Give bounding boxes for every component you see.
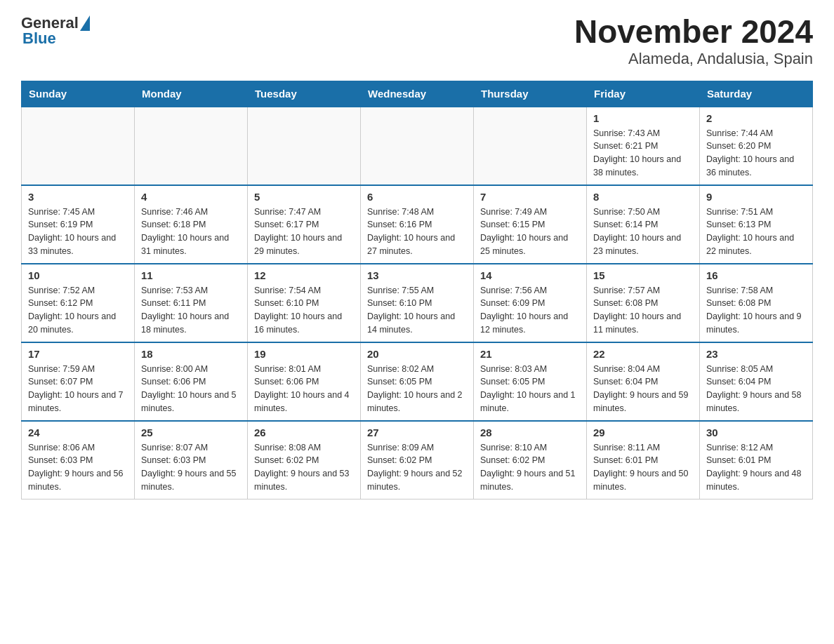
calendar-cell: 20Sunrise: 8:02 AMSunset: 6:05 PMDayligh… bbox=[361, 342, 474, 421]
calendar-subtitle: Alameda, Andalusia, Spain bbox=[574, 50, 813, 68]
day-number: 16 bbox=[706, 269, 806, 281]
day-info: Sunrise: 7:47 AMSunset: 6:17 PMDaylight:… bbox=[254, 206, 354, 258]
day-info: Sunrise: 8:06 AMSunset: 6:03 PMDaylight:… bbox=[28, 441, 128, 494]
calendar-cell: 11Sunrise: 7:53 AMSunset: 6:11 PMDayligh… bbox=[135, 264, 248, 342]
calendar-cell: 4Sunrise: 7:46 AMSunset: 6:18 PMDaylight… bbox=[135, 185, 248, 264]
calendar-cell: 28Sunrise: 8:10 AMSunset: 6:02 PMDayligh… bbox=[474, 421, 587, 499]
logo: General Blue bbox=[21, 14, 90, 48]
calendar-week-row: 17Sunrise: 7:59 AMSunset: 6:07 PMDayligh… bbox=[22, 342, 813, 421]
day-number: 6 bbox=[367, 191, 467, 203]
calendar-cell: 5Sunrise: 7:47 AMSunset: 6:17 PMDaylight… bbox=[248, 185, 361, 264]
day-info: Sunrise: 7:55 AMSunset: 6:10 PMDaylight:… bbox=[367, 284, 467, 337]
calendar-header-row: SundayMondayTuesdayWednesdayThursdayFrid… bbox=[22, 81, 813, 107]
day-info: Sunrise: 8:02 AMSunset: 6:05 PMDaylight:… bbox=[367, 363, 467, 415]
calendar-header-saturday: Saturday bbox=[700, 81, 813, 107]
day-number: 17 bbox=[28, 348, 128, 360]
day-number: 29 bbox=[593, 427, 693, 438]
calendar-cell: 6Sunrise: 7:48 AMSunset: 6:16 PMDaylight… bbox=[361, 185, 474, 264]
calendar-cell: 29Sunrise: 8:11 AMSunset: 6:01 PMDayligh… bbox=[587, 421, 700, 499]
day-number: 30 bbox=[706, 427, 806, 438]
page-header: General Blue November 2024 Alameda, Anda… bbox=[21, 14, 813, 68]
day-info: Sunrise: 7:53 AMSunset: 6:11 PMDaylight:… bbox=[141, 284, 241, 337]
day-info: Sunrise: 8:12 AMSunset: 6:01 PMDaylight:… bbox=[706, 441, 806, 494]
day-number: 27 bbox=[367, 427, 467, 438]
calendar-cell: 1Sunrise: 7:43 AMSunset: 6:21 PMDaylight… bbox=[587, 107, 700, 185]
day-number: 7 bbox=[480, 191, 580, 203]
day-number: 15 bbox=[593, 269, 693, 281]
day-info: Sunrise: 7:56 AMSunset: 6:09 PMDaylight:… bbox=[480, 284, 580, 337]
day-number: 4 bbox=[141, 191, 241, 203]
day-info: Sunrise: 8:07 AMSunset: 6:03 PMDaylight:… bbox=[141, 441, 241, 494]
calendar-cell: 10Sunrise: 7:52 AMSunset: 6:12 PMDayligh… bbox=[22, 264, 135, 342]
day-number: 18 bbox=[141, 348, 241, 360]
calendar-cell: 27Sunrise: 8:09 AMSunset: 6:02 PMDayligh… bbox=[361, 421, 474, 499]
calendar-title: November 2024 bbox=[574, 14, 813, 50]
calendar-cell: 24Sunrise: 8:06 AMSunset: 6:03 PMDayligh… bbox=[22, 421, 135, 499]
day-number: 28 bbox=[480, 427, 580, 438]
day-info: Sunrise: 8:04 AMSunset: 6:04 PMDaylight:… bbox=[593, 363, 693, 415]
calendar-cell: 15Sunrise: 7:57 AMSunset: 6:08 PMDayligh… bbox=[587, 264, 700, 342]
calendar-table: SundayMondayTuesdayWednesdayThursdayFrid… bbox=[21, 81, 813, 499]
day-number: 3 bbox=[28, 191, 128, 203]
calendar-cell bbox=[248, 107, 361, 185]
day-info: Sunrise: 8:01 AMSunset: 6:06 PMDaylight:… bbox=[254, 363, 354, 415]
logo-blue-text: Blue bbox=[22, 29, 56, 48]
day-info: Sunrise: 7:45 AMSunset: 6:19 PMDaylight:… bbox=[28, 206, 128, 258]
logo-triangle-icon bbox=[80, 15, 90, 31]
calendar-cell: 12Sunrise: 7:54 AMSunset: 6:10 PMDayligh… bbox=[248, 264, 361, 342]
calendar-week-row: 24Sunrise: 8:06 AMSunset: 6:03 PMDayligh… bbox=[22, 421, 813, 499]
calendar-header-monday: Monday bbox=[135, 81, 248, 107]
calendar-cell: 3Sunrise: 7:45 AMSunset: 6:19 PMDaylight… bbox=[22, 185, 135, 264]
day-info: Sunrise: 8:10 AMSunset: 6:02 PMDaylight:… bbox=[480, 441, 580, 494]
calendar-header-wednesday: Wednesday bbox=[361, 81, 474, 107]
day-info: Sunrise: 8:05 AMSunset: 6:04 PMDaylight:… bbox=[706, 363, 806, 415]
title-block: November 2024 Alameda, Andalusia, Spain bbox=[574, 14, 813, 68]
day-info: Sunrise: 7:48 AMSunset: 6:16 PMDaylight:… bbox=[367, 206, 467, 258]
day-info: Sunrise: 8:08 AMSunset: 6:02 PMDaylight:… bbox=[254, 441, 354, 494]
calendar-header-thursday: Thursday bbox=[474, 81, 587, 107]
day-number: 2 bbox=[706, 112, 806, 124]
calendar-cell: 23Sunrise: 8:05 AMSunset: 6:04 PMDayligh… bbox=[700, 342, 813, 421]
day-info: Sunrise: 7:51 AMSunset: 6:13 PMDaylight:… bbox=[706, 206, 806, 258]
day-number: 25 bbox=[141, 427, 241, 438]
day-number: 10 bbox=[28, 269, 128, 281]
day-number: 14 bbox=[480, 269, 580, 281]
day-number: 20 bbox=[367, 348, 467, 360]
day-number: 19 bbox=[254, 348, 354, 360]
calendar-cell bbox=[361, 107, 474, 185]
calendar-cell: 21Sunrise: 8:03 AMSunset: 6:05 PMDayligh… bbox=[474, 342, 587, 421]
day-number: 22 bbox=[593, 348, 693, 360]
calendar-cell: 17Sunrise: 7:59 AMSunset: 6:07 PMDayligh… bbox=[22, 342, 135, 421]
calendar-cell: 18Sunrise: 8:00 AMSunset: 6:06 PMDayligh… bbox=[135, 342, 248, 421]
day-info: Sunrise: 7:54 AMSunset: 6:10 PMDaylight:… bbox=[254, 284, 354, 337]
day-info: Sunrise: 8:03 AMSunset: 6:05 PMDaylight:… bbox=[480, 363, 580, 415]
calendar-week-row: 3Sunrise: 7:45 AMSunset: 6:19 PMDaylight… bbox=[22, 185, 813, 264]
day-number: 23 bbox=[706, 348, 806, 360]
day-info: Sunrise: 7:52 AMSunset: 6:12 PMDaylight:… bbox=[28, 284, 128, 337]
calendar-week-row: 1Sunrise: 7:43 AMSunset: 6:21 PMDaylight… bbox=[22, 107, 813, 185]
day-info: Sunrise: 7:59 AMSunset: 6:07 PMDaylight:… bbox=[28, 363, 128, 415]
calendar-cell: 13Sunrise: 7:55 AMSunset: 6:10 PMDayligh… bbox=[361, 264, 474, 342]
calendar-cell: 7Sunrise: 7:49 AMSunset: 6:15 PMDaylight… bbox=[474, 185, 587, 264]
day-number: 9 bbox=[706, 191, 806, 203]
calendar-header-sunday: Sunday bbox=[22, 81, 135, 107]
day-number: 11 bbox=[141, 269, 241, 281]
calendar-cell: 19Sunrise: 8:01 AMSunset: 6:06 PMDayligh… bbox=[248, 342, 361, 421]
day-info: Sunrise: 7:43 AMSunset: 6:21 PMDaylight:… bbox=[593, 127, 693, 180]
calendar-cell: 30Sunrise: 8:12 AMSunset: 6:01 PMDayligh… bbox=[700, 421, 813, 499]
day-info: Sunrise: 8:11 AMSunset: 6:01 PMDaylight:… bbox=[593, 441, 693, 494]
day-number: 24 bbox=[28, 427, 128, 438]
calendar-cell bbox=[474, 107, 587, 185]
calendar-cell: 16Sunrise: 7:58 AMSunset: 6:08 PMDayligh… bbox=[700, 264, 813, 342]
calendar-header-tuesday: Tuesday bbox=[248, 81, 361, 107]
day-number: 21 bbox=[480, 348, 580, 360]
day-number: 12 bbox=[254, 269, 354, 281]
day-number: 5 bbox=[254, 191, 354, 203]
day-info: Sunrise: 7:44 AMSunset: 6:20 PMDaylight:… bbox=[706, 127, 806, 180]
day-number: 1 bbox=[593, 112, 693, 124]
calendar-cell: 22Sunrise: 8:04 AMSunset: 6:04 PMDayligh… bbox=[587, 342, 700, 421]
calendar-cell: 26Sunrise: 8:08 AMSunset: 6:02 PMDayligh… bbox=[248, 421, 361, 499]
day-number: 13 bbox=[367, 269, 467, 281]
day-info: Sunrise: 7:50 AMSunset: 6:14 PMDaylight:… bbox=[593, 206, 693, 258]
day-info: Sunrise: 7:49 AMSunset: 6:15 PMDaylight:… bbox=[480, 206, 580, 258]
